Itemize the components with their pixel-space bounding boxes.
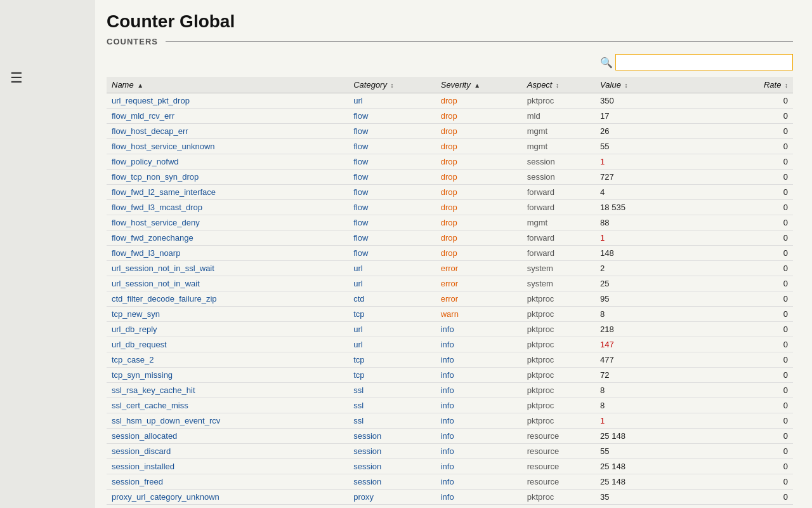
table-row: flow_fwd_zonechangeflowdropforward10	[107, 231, 793, 246]
table-row: url_db_replyurlinfopktproc2180	[107, 322, 793, 337]
cell-name: flow_mld_rcv_err	[107, 109, 348, 124]
cell-name: url_db_reply	[107, 322, 348, 337]
col-header-value[interactable]: Value ↕	[595, 77, 705, 93]
table-row: tcp_new_syntcpwarnpktproc80	[107, 307, 793, 322]
cell-aspect: pktproc	[522, 368, 595, 383]
name-link[interactable]: ssl_cert_cache_miss	[112, 401, 188, 410]
cell-name: url_session_not_in_wait	[107, 276, 348, 291]
cell-name: ssl_cert_cache_miss	[107, 398, 348, 413]
cell-rate: 0	[705, 398, 793, 413]
cell-severity: drop	[436, 185, 522, 200]
cell-value: 88	[595, 215, 705, 231]
cell-severity: info	[436, 505, 522, 509]
table-row: flow_policy_nofwdflowdropsession10	[107, 154, 793, 170]
cell-rate: 0	[705, 505, 793, 509]
name-link[interactable]: url_db_request	[112, 340, 167, 349]
rate-sort-arrow: ↕	[785, 82, 788, 89]
name-link[interactable]: tcp_case_2	[112, 355, 154, 364]
name-link[interactable]: url_session_not_in_wait	[112, 279, 200, 288]
cell-category: proxy	[348, 505, 436, 509]
cell-category: url	[348, 322, 436, 337]
cell-aspect: pktproc	[522, 490, 595, 505]
cell-rate: 0	[705, 109, 793, 124]
cell-rate: 0	[705, 474, 793, 490]
cell-rate: 0	[705, 429, 793, 444]
name-link[interactable]: flow_tcp_non_syn_drop	[112, 172, 199, 182]
name-link[interactable]: flow_fwd_l2_same_interface	[112, 187, 216, 197]
cell-severity: error	[436, 261, 522, 276]
name-link[interactable]: session_allocated	[112, 431, 177, 441]
cell-category: ctd	[348, 291, 436, 307]
cell-severity: drop	[436, 109, 522, 124]
col-header-severity[interactable]: Severity ▲	[436, 77, 522, 93]
cell-severity: warn	[436, 307, 522, 322]
table-row: session_installedsessioninforesource25 1…	[107, 459, 793, 474]
name-link[interactable]: url_session_not_in_ssl_wait	[112, 264, 214, 273]
section-label: COUNTERS	[107, 37, 158, 46]
name-link[interactable]: tcp_new_syn	[112, 309, 160, 319]
cell-value: 477	[595, 352, 705, 368]
table-body: url_request_pkt_dropurldroppktproc3500fl…	[107, 93, 793, 509]
cell-aspect: pktproc	[522, 307, 595, 322]
cell-category: flow	[348, 124, 436, 139]
name-link[interactable]: session_discard	[112, 446, 171, 456]
name-link[interactable]: url_request_pkt_drop	[112, 96, 190, 105]
name-link[interactable]: ssl_rsa_key_cache_hit	[112, 385, 195, 395]
cell-rate: 0	[705, 490, 793, 505]
cell-name: session_freed	[107, 474, 348, 490]
table-row: session_freedsessioninforesource25 1480	[107, 474, 793, 490]
cell-value: 17	[595, 109, 705, 124]
col-header-rate[interactable]: Rate ↕	[705, 77, 793, 93]
cell-aspect: pktproc	[522, 398, 595, 413]
cell-severity: drop	[436, 93, 522, 109]
cell-category: proxy	[348, 490, 436, 505]
table-row: ssl_rsa_key_cache_hitsslinfopktproc80	[107, 383, 793, 398]
search-input[interactable]	[615, 54, 793, 70]
name-link[interactable]: url_db_reply	[112, 324, 157, 334]
name-link[interactable]: tcp_syn_missing	[112, 370, 173, 380]
name-link[interactable]: flow_fwd_zonechange	[112, 233, 193, 243]
cell-name: ssl_rsa_key_cache_hit	[107, 383, 348, 398]
name-link[interactable]: proxy_url_category_unknown	[112, 492, 219, 502]
name-link[interactable]: flow_mld_rcv_err	[112, 111, 174, 121]
cell-name: proxy_process	[107, 505, 348, 509]
name-link[interactable]: ssl_hsm_up_down_event_rcv	[112, 416, 220, 425]
table-row: flow_tcp_non_syn_dropflowdropsession7270	[107, 170, 793, 185]
cell-name: flow_host_service_unknown	[107, 139, 348, 154]
cell-rate: 0	[705, 459, 793, 474]
cell-name: session_discard	[107, 444, 348, 459]
cell-severity: drop	[436, 215, 522, 231]
cell-value: 55	[595, 139, 705, 154]
col-header-aspect[interactable]: Aspect ↕	[522, 77, 595, 93]
cell-category: ssl	[348, 398, 436, 413]
name-link[interactable]: flow_host_service_deny	[112, 218, 200, 227]
cell-category: url	[348, 261, 436, 276]
cell-rate: 0	[705, 307, 793, 322]
name-link[interactable]: session_installed	[112, 462, 174, 471]
cell-value: 35	[595, 490, 705, 505]
cell-severity: info	[436, 383, 522, 398]
name-link[interactable]: flow_host_decap_err	[112, 126, 188, 136]
cell-category: session	[348, 429, 436, 444]
cell-name: tcp_syn_missing	[107, 368, 348, 383]
col-header-category[interactable]: Category ↕	[348, 77, 436, 93]
table-header-row: Name ▲ Category ↕ Severity ▲ Aspect ↕ Va…	[107, 77, 793, 93]
table-row: flow_host_service_denyflowdropmgmt880	[107, 215, 793, 231]
cell-rate: 0	[705, 93, 793, 109]
name-link[interactable]: session_freed	[112, 477, 163, 486]
hamburger-icon[interactable]: ☰	[10, 70, 23, 86]
col-header-name[interactable]: Name ▲	[107, 77, 348, 93]
table-row: proxy_url_category_unknownproxyinfopktpr…	[107, 490, 793, 505]
table-row: tcp_syn_missingtcpinfopktproc720	[107, 368, 793, 383]
cell-aspect: pktproc	[522, 291, 595, 307]
cell-severity: info	[436, 368, 522, 383]
cell-aspect: system	[522, 276, 595, 291]
cell-value: 18 535	[595, 200, 705, 215]
name-link[interactable]: ctd_filter_decode_failure_zip	[112, 294, 217, 304]
name-link[interactable]: flow_host_service_unknown	[112, 142, 215, 151]
cell-aspect: pktproc	[522, 505, 595, 509]
name-link[interactable]: flow_fwd_l3_noarp	[112, 248, 180, 258]
name-link[interactable]: flow_policy_nofwd	[112, 157, 179, 166]
name-link[interactable]: flow_fwd_l3_mcast_drop	[112, 203, 202, 212]
cell-aspect: pktproc	[522, 93, 595, 109]
